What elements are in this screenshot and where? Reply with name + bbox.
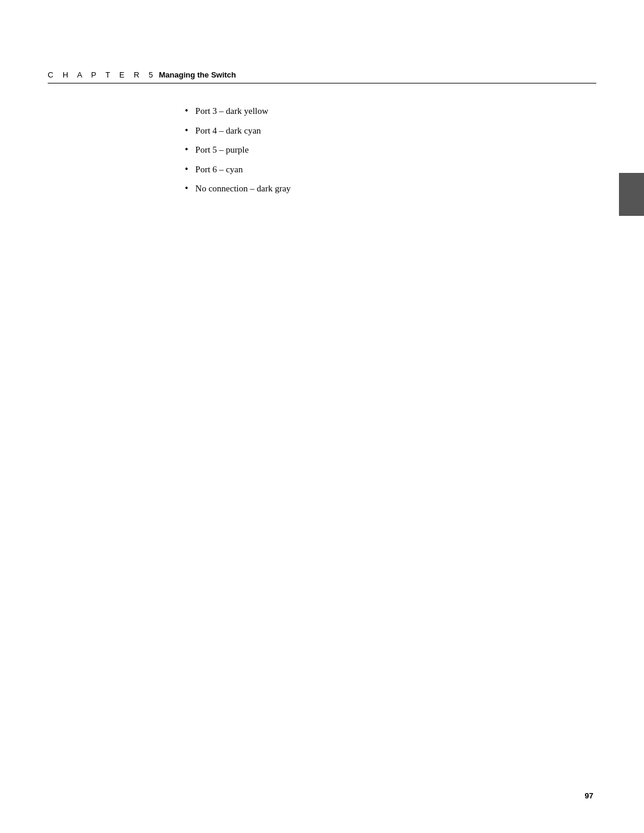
chapter-label: C H A P T E R 5	[48, 70, 157, 79]
list-item-text: No connection – dark gray	[196, 182, 291, 196]
bullet-list: •Port 3 – dark yellow•Port 4 – dark cyan…	[185, 104, 525, 196]
content-section: •Port 3 – dark yellow•Port 4 – dark cyan…	[185, 104, 525, 202]
list-item: •Port 6 – cyan	[185, 163, 525, 176]
bullet-icon: •	[185, 182, 188, 195]
page-number: 97	[585, 791, 593, 800]
list-item: •No connection – dark gray	[185, 182, 525, 196]
chapter-header: C H A P T E R 5 Managing the Switch	[48, 70, 596, 83]
page-container: C H A P T E R 5 Managing the Switch •Por…	[0, 0, 644, 833]
list-item: •Port 4 – dark cyan	[185, 124, 525, 138]
bullet-icon: •	[185, 163, 188, 176]
list-item: •Port 5 – purple	[185, 143, 525, 157]
side-tab	[619, 173, 644, 216]
bullet-icon: •	[185, 104, 188, 117]
list-item-text: Port 5 – purple	[196, 143, 249, 157]
bullet-icon: •	[185, 143, 188, 156]
chapter-title: Managing the Switch	[159, 70, 236, 79]
list-item: •Port 3 – dark yellow	[185, 104, 525, 118]
list-item-text: Port 6 – cyan	[196, 163, 243, 176]
bullet-icon: •	[185, 124, 188, 137]
list-item-text: Port 3 – dark yellow	[196, 104, 268, 118]
list-item-text: Port 4 – dark cyan	[196, 124, 261, 138]
